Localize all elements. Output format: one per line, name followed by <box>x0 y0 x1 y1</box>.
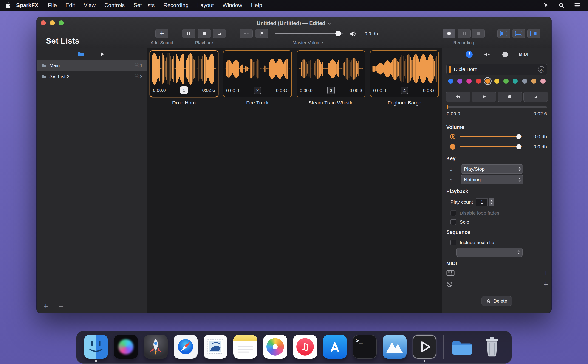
include-next-clip-checkbox[interactable] <box>451 240 456 246</box>
color-swatch[interactable] <box>494 78 499 84</box>
clip-progress-bar[interactable] <box>447 106 547 108</box>
stop-button[interactable] <box>497 92 522 102</box>
dock-photos-icon[interactable] <box>263 335 287 359</box>
mute-button[interactable] <box>240 29 253 38</box>
add-sound-button[interactable]: + <box>156 29 168 38</box>
menu-item-controls[interactable]: Controls <box>100 2 129 8</box>
menu-item-view[interactable]: View <box>79 2 100 8</box>
next-clip-popup[interactable] <box>456 247 523 257</box>
sound-clip[interactable]: 0:00.0 3 0:06.3 <box>296 50 366 97</box>
menu-item-recording[interactable]: Recording <box>159 2 193 8</box>
color-swatch[interactable] <box>476 78 481 84</box>
menu-item-set-lists[interactable]: Set Lists <box>129 2 159 8</box>
color-swatch[interactable] <box>522 78 527 84</box>
clip-name-value: Dixie Horn <box>454 66 477 72</box>
clip-duration: 0:03.6 <box>423 88 436 93</box>
toggle-left-panel-button[interactable] <box>497 29 510 38</box>
menu-app-name[interactable]: SparkFX <box>14 2 43 8</box>
play-count-stepper[interactable] <box>489 198 494 206</box>
dock-app-store-icon[interactable] <box>323 335 347 359</box>
sidebar-item-set-list-2[interactable]: Set List 2 ⌘ 2 <box>37 71 147 82</box>
color-swatch[interactable] <box>503 78 509 84</box>
color-swatch[interactable] <box>513 78 518 84</box>
add-midi-trigger-button[interactable]: + <box>543 269 548 277</box>
color-swatch[interactable] <box>457 78 462 84</box>
apple-menu-icon[interactable] <box>0 2 14 8</box>
menu-item-help[interactable]: Help <box>247 2 267 8</box>
key-down-popup[interactable]: Play/Stop <box>461 164 523 174</box>
playback-pause-button[interactable] <box>182 29 195 38</box>
toggle-right-panel-button[interactable] <box>527 29 540 38</box>
tab-info[interactable]: i <box>465 51 473 58</box>
midi-block-row: + <box>442 279 551 289</box>
color-swatch[interactable] <box>466 78 471 84</box>
tab-record[interactable] <box>501 52 509 57</box>
window-title[interactable]: Untitled (Untitled) — Edited <box>37 20 551 27</box>
dock-terminal-icon[interactable]: >_ <box>353 335 377 359</box>
sequence-section-header: Sequence <box>446 229 470 236</box>
set-lists-title: Set Lists <box>46 36 79 46</box>
delete-clip-button[interactable]: Delete <box>482 296 512 306</box>
sidebar-item-main[interactable]: Main ⌘ 1 <box>37 60 147 71</box>
toggle-bottom-panel-button[interactable] <box>512 29 525 38</box>
set-list-name: Set List 2 <box>49 74 70 79</box>
key-down-row: ↓ Play/Stop <box>442 164 551 174</box>
menu-item-window[interactable]: Window <box>218 2 247 8</box>
slider-knob[interactable] <box>516 134 521 139</box>
sound-clip[interactable]: 0:00.0 1 0:02.6 <box>150 50 218 97</box>
add-midi-block-button[interactable]: + <box>543 280 548 288</box>
search-icon[interactable] <box>558 2 565 8</box>
color-swatch[interactable] <box>448 78 453 84</box>
volume-radio-2[interactable] <box>450 144 456 150</box>
dock-notes-icon[interactable] <box>233 335 257 359</box>
playback-fade-button[interactable] <box>213 29 226 38</box>
dock-downloads-icon[interactable] <box>450 335 474 359</box>
fade-out-button[interactable] <box>523 92 548 102</box>
menu-item-layout[interactable]: Layout <box>193 2 218 8</box>
dock-siri-icon[interactable] <box>114 335 138 359</box>
menu-item-edit[interactable]: Edit <box>61 2 79 8</box>
rewind-button[interactable] <box>446 92 470 102</box>
volume-slider-2[interactable] <box>460 146 522 147</box>
sound-clip[interactable]: 0:00.0 4 0:03.6 <box>370 50 439 97</box>
solo-checkbox[interactable] <box>451 219 456 225</box>
fade-all-flag-button[interactable] <box>255 29 268 38</box>
play-view-button[interactable] <box>96 50 109 58</box>
set-list-name: Main <box>49 63 60 68</box>
menu-item-file[interactable]: File <box>43 2 61 8</box>
dock-trash-icon[interactable] <box>480 335 504 359</box>
dock-launchpad-icon[interactable] <box>144 335 168 359</box>
add-set-list-button[interactable]: + <box>43 302 48 311</box>
remove-set-list-button[interactable]: − <box>59 302 64 311</box>
slider-knob[interactable] <box>335 31 341 36</box>
record-pause-button[interactable] <box>458 29 471 38</box>
key-up-popup[interactable]: Nothing <box>461 175 523 184</box>
dock-mail-icon[interactable] <box>203 335 227 359</box>
color-swatch[interactable] <box>541 78 546 84</box>
dock-sparkfx-icon[interactable] <box>412 335 436 359</box>
folder-view-button[interactable] <box>75 50 87 58</box>
pointer-icon[interactable] <box>543 2 549 8</box>
master-volume-slider[interactable] <box>275 33 343 34</box>
slider-knob[interactable] <box>516 144 521 149</box>
color-swatch[interactable] <box>485 78 490 84</box>
menu-list-icon[interactable] <box>573 2 580 8</box>
dock-finder-icon[interactable] <box>84 335 108 359</box>
dock-music-icon[interactable]: ♫ <box>293 335 317 359</box>
clip-name-field[interactable]: Dixie Horn cc <box>446 64 547 75</box>
dock-safari-icon[interactable] <box>174 335 197 359</box>
disable-loop-fades-checkbox[interactable] <box>451 210 456 216</box>
dock-mountain-app-icon[interactable] <box>383 335 406 359</box>
sound-clip[interactable]: 0:00.0 2 0:08.5 <box>223 50 292 97</box>
play-count-field[interactable]: 1 <box>476 198 488 206</box>
cc-badge-icon[interactable]: cc <box>538 66 544 72</box>
playback-stop-button[interactable] <box>198 29 211 38</box>
tab-audio[interactable] <box>483 52 491 57</box>
volume-radio-1[interactable] <box>450 134 456 139</box>
tab-midi[interactable]: MIDI <box>519 52 529 57</box>
volume-slider-1[interactable] <box>460 136 522 137</box>
color-swatch[interactable] <box>531 78 536 84</box>
play-button[interactable] <box>472 92 496 102</box>
record-button[interactable] <box>443 29 456 38</box>
record-stop-button[interactable] <box>472 29 485 38</box>
